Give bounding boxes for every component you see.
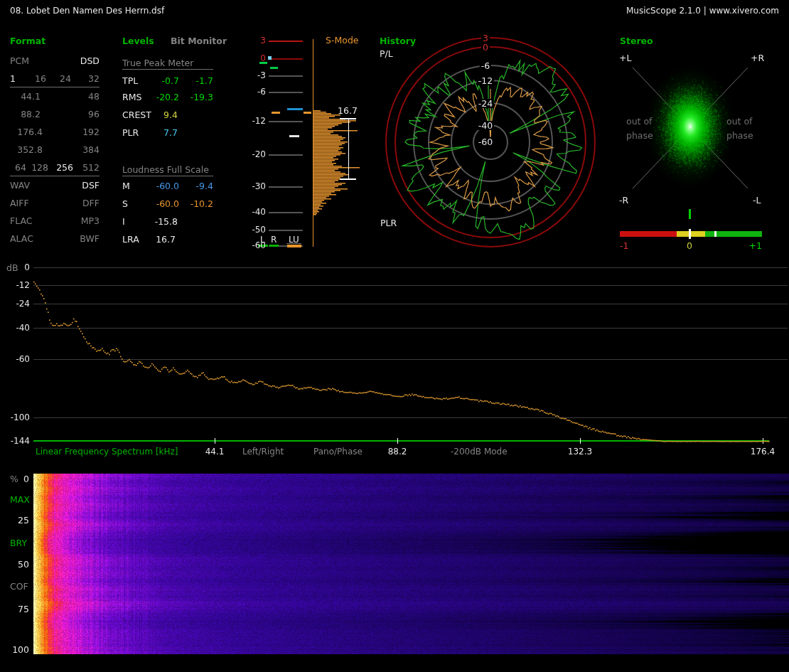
levels-7-7-10: 7.7 xyxy=(163,128,178,137)
format-384-13[interactable]: 384 xyxy=(82,145,100,154)
format-alac-24[interactable]: ALAC xyxy=(10,234,33,243)
format-64-14[interactable]: 64 xyxy=(15,163,26,172)
meter-0-1: 0 xyxy=(260,54,266,63)
spectrum-44-1-7: 44.1 xyxy=(205,447,225,456)
stereo-out-of-6: out of xyxy=(726,117,753,126)
levels-20-2-5: -20.2 xyxy=(156,92,179,102)
meter-12-4: -12 xyxy=(252,117,266,125)
levels-15-8-19: -15.8 xyxy=(155,217,178,226)
stereo-l-0: +L xyxy=(619,53,631,63)
levels-loudness-full-scale-11: Loudness Full Scale xyxy=(122,165,209,174)
format-aiff-20[interactable]: AIFF xyxy=(10,198,29,208)
history-40-5: -40 xyxy=(477,121,494,130)
format-44-1-6[interactable]: 44.1 xyxy=(21,92,41,101)
stereo-0-9: 0 xyxy=(687,241,692,250)
spectrum-db-unit-label: dB xyxy=(6,263,18,272)
track-title: 08. Lobet Den Namen Des Herrn.dsf xyxy=(10,6,164,15)
levels-tpl-1: TPL xyxy=(122,76,138,85)
spectrogram-0-0: 0 xyxy=(23,474,29,484)
stereo-panel-header: Stereo xyxy=(620,36,653,46)
format-512-17[interactable]: 512 xyxy=(82,163,100,172)
levels-i-18: I xyxy=(122,217,125,226)
format-88-2-8[interactable]: 88.2 xyxy=(21,110,41,119)
spectrogram-bry-6[interactable]: BRY xyxy=(10,538,27,548)
levels-0-7-2: -0.7 xyxy=(162,76,179,85)
format-192-11[interactable]: 192 xyxy=(82,127,100,137)
history-panel-header: History xyxy=(380,36,416,46)
levels-60-0-16: -60.0 xyxy=(156,199,179,208)
format-176-4-10[interactable]: 176.4 xyxy=(17,127,43,137)
spectrum-200db-mode-14[interactable]: -200dB Mode xyxy=(451,447,508,456)
levels-lra-20: LRA xyxy=(122,235,139,244)
history-24-4: -24 xyxy=(477,99,494,108)
format-352-8-12[interactable]: 352.8 xyxy=(17,145,43,154)
meter-20-5: -20 xyxy=(252,150,266,159)
format-1-2[interactable]: 1 xyxy=(10,74,16,83)
format-256-16[interactable]: 256 xyxy=(56,163,73,172)
format-wav-18[interactable]: WAV xyxy=(10,181,30,190)
format-dsd-1[interactable]: DSD xyxy=(80,56,100,65)
spectrum-24-2: -24 xyxy=(16,299,30,308)
spectrum-left-right-12[interactable]: Left/Right xyxy=(242,447,284,456)
meter-r-11: R xyxy=(271,235,277,244)
spectrogram-percent-unit-label: % xyxy=(10,474,18,484)
levels-10-2-17: -10.2 xyxy=(190,199,213,208)
stereo-out-of-4: out of xyxy=(626,117,653,126)
levels-crest-7: CREST xyxy=(122,110,151,119)
format-dff-21[interactable]: DFF xyxy=(82,198,100,208)
app-title: MusicScope 2.1.0 | www.xivero.com xyxy=(626,6,779,15)
spectrum-100-5: -100 xyxy=(11,413,30,422)
spectrum-linear-frequency-spectrum-khz-11[interactable]: Linear Frequency Spectrum [kHz] xyxy=(36,447,178,456)
meter-3-0: 3 xyxy=(260,36,266,45)
stereo-r-1: +R xyxy=(751,53,764,63)
levels-1-7-3: -1.7 xyxy=(196,76,213,85)
spectrum-pano-phase-13[interactable]: Pano/Phase xyxy=(313,447,363,456)
levels-9-4-8: 9.4 xyxy=(163,110,178,119)
history-0-1: 0 xyxy=(481,43,490,52)
stereo-phase-5: phase xyxy=(626,131,653,140)
meter-lu-12[interactable]: LU xyxy=(289,235,299,244)
stereo-l-3: -L xyxy=(753,196,761,205)
levels-60-0-13: -60.0 xyxy=(156,181,179,191)
format-panel-header: Format xyxy=(10,36,45,46)
format-flac-22[interactable]: FLAC xyxy=(10,216,33,225)
history-60-6: -60 xyxy=(477,137,494,146)
spectrum-0-0: 0 xyxy=(24,263,30,272)
format-16-3[interactable]: 16 xyxy=(35,74,46,83)
analyzer-graphics-canvas xyxy=(0,0,789,672)
history-plr-label: PLR xyxy=(380,218,397,228)
spectrogram-cof-7[interactable]: COF xyxy=(10,582,28,591)
levels-plr-9: PLR xyxy=(122,128,139,137)
levels-rms-4: RMS xyxy=(122,92,141,102)
meter-3-2: -3 xyxy=(257,71,266,80)
spectrum-60-4: -60 xyxy=(16,355,30,363)
meter-50-8: -50 xyxy=(252,225,266,234)
format-32-5[interactable]: 32 xyxy=(88,74,100,83)
levels-19-3-6: -19.3 xyxy=(190,92,213,102)
spectrum-40-3: -40 xyxy=(16,324,30,332)
format-bwf-25[interactable]: BWF xyxy=(80,234,100,243)
format-mp3-23[interactable]: MP3 xyxy=(81,216,100,225)
meter-30-6: -30 xyxy=(252,182,266,191)
format-48-7[interactable]: 48 xyxy=(88,92,100,101)
levels-9-4-14: -9.4 xyxy=(196,181,213,191)
levels-tab[interactable]: Levels xyxy=(122,36,154,46)
format-24-4[interactable]: 24 xyxy=(60,74,71,83)
spectrum-12-1: -12 xyxy=(16,281,30,289)
stereo-1-8: -1 xyxy=(620,241,628,250)
spectrogram-25-1: 25 xyxy=(18,516,29,525)
spectrogram-50-2: 50 xyxy=(18,560,29,569)
levels-16-7-21: 16.7 xyxy=(156,235,176,244)
bit-monitor-tab[interactable]: Bit Monitor xyxy=(171,36,227,46)
format-96-9[interactable]: 96 xyxy=(88,110,100,119)
format-128-15[interactable]: 128 xyxy=(31,163,48,172)
spectrum-88-2-8: 88.2 xyxy=(388,447,407,456)
spectrogram-max-5[interactable]: MAX xyxy=(10,495,30,504)
smode-header[interactable]: S-Mode xyxy=(326,36,359,45)
meter-40-7: -40 xyxy=(252,208,266,216)
format-dsf-19[interactable]: DSF xyxy=(82,181,100,190)
meter-6-3: -6 xyxy=(257,87,266,96)
format-pcm-0[interactable]: PCM xyxy=(10,56,29,65)
meter-l-10: L xyxy=(260,235,265,244)
levels-s-15: S xyxy=(122,199,128,208)
